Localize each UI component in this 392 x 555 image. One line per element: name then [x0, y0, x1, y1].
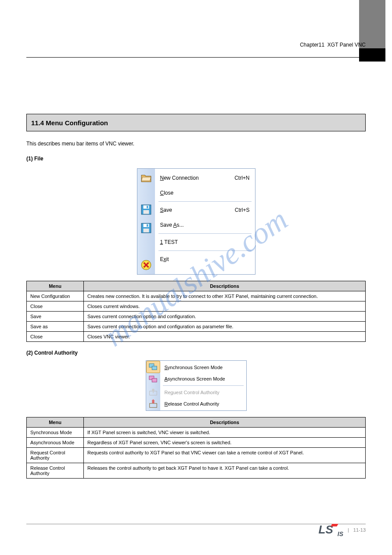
table-row: Synchronous ModeIf XGT Panel screen is s…: [27, 427, 366, 437]
table-cell: Releases the control authority to get ba…: [84, 463, 366, 478]
footer-rule: [26, 524, 366, 524]
menu-item-shortcut: Ctrl+N: [234, 175, 249, 181]
table-header: Descriptions: [84, 281, 366, 291]
table-cell: Regardless of XGT Panel screen, VNC view…: [84, 437, 366, 447]
release-authority-icon: [146, 398, 160, 410]
menu-item-label: Asynchronous Screen Mode: [165, 376, 225, 381]
table-header: Descriptions: [84, 417, 366, 427]
table-cell: Synchronous Mode: [27, 427, 84, 437]
page-footer: LSIS | 11-13: [319, 523, 366, 537]
table-cell: Asynchronous Mode: [27, 437, 84, 447]
table-row: CloseCloses current windows.: [27, 301, 366, 311]
menu-item-save[interactable]: Save Ctrl+S: [158, 203, 252, 218]
file-menu-table: Menu Descriptions New ConfigurationCreat…: [26, 281, 366, 342]
floppy-save-icon: [137, 200, 155, 219]
blank-icon: [137, 187, 155, 200]
menu-item-sync-mode[interactable]: Synchronous Screen Mode: [163, 362, 244, 373]
menu-item-label: Exit: [160, 256, 169, 262]
subhead-file: (1) File: [26, 156, 366, 162]
table-cell: Closes VNC viewer.: [84, 331, 366, 341]
table-cell: Creates new connection. It is available …: [84, 291, 366, 301]
table-row: Save asSaves current connection option a…: [27, 321, 366, 331]
file-menu-icon-strip: [137, 169, 155, 274]
table-row: Asynchronous ModeRegardless of XGT Panel…: [27, 437, 366, 447]
menu-item-label: Save As...: [160, 222, 184, 228]
logo-main: LS: [319, 523, 333, 536]
menu-item-label: Save: [160, 207, 172, 213]
table-cell: Release Control Authority: [27, 463, 84, 478]
table-cell: Closes current windows.: [84, 301, 366, 311]
menu-item-label: 1 TEST: [160, 239, 178, 245]
menu-item-new-connection[interactable]: New Connection Ctrl+N: [158, 170, 252, 185]
async-screen-icon: [146, 373, 160, 385]
section-title: 11.4 Menu Configuration: [31, 119, 108, 127]
menu-item-shortcut: Ctrl+S: [235, 207, 250, 213]
menu-item-label: New Connection: [160, 175, 199, 181]
menu-item-label: Request Control Authority: [165, 390, 219, 395]
control-menu-table: Menu Descriptions Synchronous ModeIf XGT…: [26, 417, 366, 479]
svg-rect-6: [143, 229, 149, 232]
svg-rect-5: [143, 224, 149, 227]
menu-item-release-authority[interactable]: Release Control Authority: [163, 398, 244, 410]
svg-rect-1: [143, 205, 149, 209]
table-cell: Save: [27, 311, 84, 321]
section-bar: 11.4 Menu Configuration: [26, 114, 366, 131]
close-x-icon: [137, 256, 155, 274]
control-authority-menu: Synchronous Screen Mode Asynchronous Scr…: [146, 360, 247, 411]
file-menu-items: New Connection Ctrl+N Close Save Ctrl+S …: [155, 169, 255, 274]
table-row: SaveSaves current connection option and …: [27, 311, 366, 321]
floppy-saveas-icon: [137, 219, 155, 237]
svg-rect-7: [147, 224, 148, 226]
table-cell: Requests control authority to XGT Panel …: [84, 447, 366, 463]
table-row: Request Control AuthorityRequests contro…: [27, 447, 366, 463]
table-cell: Close: [27, 331, 84, 341]
chapter-line: Chapter11 XGT Panel VNC: [26, 42, 366, 48]
table-row: New ConfigurationCreates new connection.…: [27, 291, 366, 301]
table-cell: Request Control Authority: [27, 447, 84, 463]
table-cell: Close: [27, 301, 84, 311]
sync-screen-icon: [146, 361, 160, 373]
open-folder-icon: [137, 169, 155, 187]
table-row: CloseCloses VNC viewer.: [27, 331, 366, 341]
svg-point-14: [152, 388, 155, 391]
svg-rect-15: [149, 403, 157, 407]
menu-item-save-as[interactable]: Save As...: [158, 218, 252, 232]
intro-paragraph: This describes menu bar items of VNC vie…: [26, 140, 366, 148]
page-number: 11-13: [353, 527, 366, 533]
svg-rect-3: [147, 206, 148, 208]
menu-item-label: Close: [160, 190, 174, 196]
menu-item-async-mode[interactable]: Asynchronous Screen Mode: [163, 373, 244, 385]
menu-separator: [158, 201, 252, 202]
svg-rect-10: [152, 366, 157, 370]
menu-item-close[interactable]: Close: [158, 185, 252, 200]
menu-separator: [158, 233, 252, 234]
menu-item-label: Release Control Authority: [165, 401, 219, 406]
menu-item-exit[interactable]: Exit: [158, 252, 252, 267]
svg-rect-12: [152, 378, 157, 382]
menu-separator: [163, 385, 244, 386]
menu-separator: [158, 250, 252, 251]
lsis-logo: LSIS: [319, 523, 343, 537]
table-cell: New Configuration: [27, 291, 84, 301]
menu-item-request-authority: Request Control Authority: [163, 387, 244, 398]
table-cell: Saves current connection option and conf…: [84, 311, 366, 321]
control-menu-items: Synchronous Screen Mode Asynchronous Scr…: [160, 361, 246, 410]
table-row: Release Control AuthorityReleases the co…: [27, 463, 366, 478]
table-header: Menu: [27, 281, 84, 291]
logo-accent-icon: [331, 524, 338, 526]
subhead-control: (2) Control Authority: [26, 350, 366, 356]
page-content: Chapter11 XGT Panel VNC 11.4 Menu Config…: [26, 0, 366, 555]
logo-sub: IS: [338, 530, 343, 537]
table-header: Menu: [27, 417, 84, 427]
file-menu-dropdown: New Connection Ctrl+N Close Save Ctrl+S …: [137, 168, 255, 275]
menu-item-label: Synchronous Screen Mode: [165, 365, 223, 370]
blank-icon-2: [137, 237, 155, 256]
table-cell: Save as: [27, 321, 84, 331]
request-authority-icon: [146, 385, 160, 398]
table-cell: Saves current connection option and conf…: [84, 321, 366, 331]
control-menu-icon-strip: [146, 361, 160, 410]
svg-rect-2: [143, 210, 149, 214]
table-cell: If XGT Panel screen is switched, VNC vie…: [84, 427, 366, 437]
menu-item-recent-1[interactable]: 1 TEST: [158, 235, 252, 250]
